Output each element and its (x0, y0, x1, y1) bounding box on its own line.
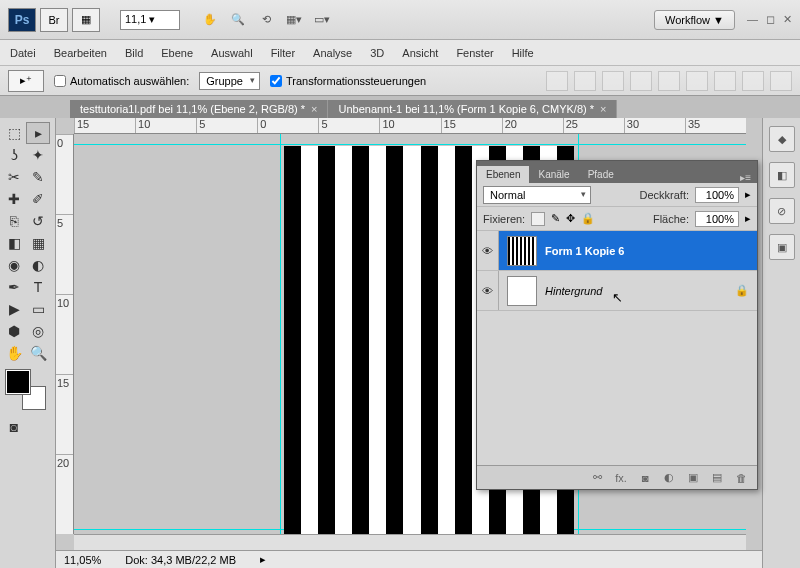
blur-tool[interactable]: ◉ (2, 254, 26, 276)
rotate-view-icon[interactable]: ⟲ (256, 10, 276, 30)
pen-tool[interactable]: ✒ (2, 276, 26, 298)
delete-layer-icon[interactable]: 🗑 (733, 472, 749, 484)
minimize-icon[interactable]: — (747, 13, 758, 26)
layer-name[interactable]: Form 1 Kopie 6 (545, 245, 757, 257)
blend-mode-select[interactable]: Normal (483, 186, 591, 204)
status-doc-info[interactable]: Dok: 34,3 MB/22,2 MB (125, 554, 236, 566)
zoom-tool[interactable]: 🔍 (26, 342, 50, 364)
menu-ebene[interactable]: Ebene (161, 47, 193, 59)
document-tab-2[interactable]: Unbenannt-1 bei 11,1% (Form 1 Kopie 6, C… (328, 100, 617, 118)
align-icon[interactable] (686, 71, 708, 91)
scrollbar-horizontal[interactable] (74, 534, 746, 550)
menu-filter[interactable]: Filter (271, 47, 295, 59)
layer-mask-icon[interactable]: ◙ (637, 472, 653, 484)
screen-mode-icon[interactable]: ▭▾ (312, 10, 332, 30)
distribute-icon[interactable] (742, 71, 764, 91)
path-select-tool[interactable]: ▶ (2, 298, 26, 320)
align-icon[interactable] (658, 71, 680, 91)
maximize-icon[interactable]: ◻ (766, 13, 775, 26)
magic-wand-tool[interactable]: ✦ (26, 144, 50, 166)
lock-image-icon[interactable]: ✎ (551, 212, 560, 225)
opacity-value[interactable]: 100% (695, 187, 739, 203)
eraser-tool[interactable]: ◧ (2, 232, 26, 254)
fill-value[interactable]: 100% (695, 211, 739, 227)
menu-hilfe[interactable]: Hilfe (512, 47, 534, 59)
dock-camera-icon[interactable]: ▣ (769, 234, 795, 260)
slider-icon[interactable]: ▸ (745, 188, 751, 201)
hand-tool[interactable]: ✋ (2, 342, 26, 364)
layer-row[interactable]: 👁 Form 1 Kopie 6 (477, 231, 757, 271)
align-icon[interactable] (574, 71, 596, 91)
document-tab-1[interactable]: testtutoria1l.pdf bei 11,1% (Ebene 2, RG… (70, 100, 328, 118)
menu-ansicht[interactable]: Ansicht (402, 47, 438, 59)
distribute-icon[interactable] (714, 71, 736, 91)
menu-fenster[interactable]: Fenster (456, 47, 493, 59)
visibility-icon[interactable]: 👁 (477, 271, 499, 310)
auto-select-target[interactable]: Gruppe (199, 72, 260, 90)
zoom-level-selector[interactable]: 11,1 ▾ (120, 10, 180, 30)
lock-position-icon[interactable]: ✥ (566, 212, 575, 225)
minibridge-icon[interactable]: ▦ (72, 8, 100, 32)
layer-style-icon[interactable]: fx. (613, 472, 629, 484)
quickmask-tool[interactable]: ◙ (2, 416, 26, 438)
crop-tool[interactable]: ✂ (2, 166, 26, 188)
dock-styles-icon[interactable]: ⊘ (769, 198, 795, 224)
healing-tool[interactable]: ✚ (2, 188, 26, 210)
eyedropper-tool[interactable]: ✎ (26, 166, 50, 188)
panel-menu-icon[interactable]: ▸≡ (734, 172, 757, 183)
dock-color-icon[interactable]: ◆ (769, 126, 795, 152)
layer-group-icon[interactable]: ▣ (685, 471, 701, 484)
visibility-icon[interactable]: 👁 (477, 231, 499, 270)
gradient-tool[interactable]: ▦ (26, 232, 50, 254)
type-tool[interactable]: T (26, 276, 50, 298)
align-icon[interactable] (602, 71, 624, 91)
shape-tool[interactable]: ▭ (26, 298, 50, 320)
tab-kanaele[interactable]: Kanäle (529, 166, 578, 183)
move-tool[interactable]: ▸ (26, 122, 50, 144)
clone-tool[interactable]: ⎘ (2, 210, 26, 232)
lasso-tool[interactable]: ʖ (2, 144, 26, 166)
layer-row[interactable]: 👁 Hintergrund 🔒 (477, 271, 757, 311)
slider-icon[interactable]: ▸ (745, 212, 751, 225)
tab-pfade[interactable]: Pfade (579, 166, 623, 183)
bridge-icon[interactable]: Br (40, 8, 68, 32)
link-layers-icon[interactable]: ⚯ (589, 471, 605, 484)
color-swatches[interactable] (6, 370, 46, 410)
3d-camera-tool[interactable]: ◎ (26, 320, 50, 342)
layer-thumbnail[interactable] (507, 236, 537, 266)
dock-adjustments-icon[interactable]: ◧ (769, 162, 795, 188)
align-icon[interactable] (546, 71, 568, 91)
layer-thumbnail[interactable] (507, 276, 537, 306)
menu-auswahl[interactable]: Auswahl (211, 47, 253, 59)
menu-datei[interactable]: Datei (10, 47, 36, 59)
close-icon[interactable]: ✕ (783, 13, 792, 26)
zoom-tool-icon[interactable]: 🔍 (228, 10, 248, 30)
marquee-tool[interactable]: ⬚ (2, 122, 26, 144)
align-icon[interactable] (630, 71, 652, 91)
menu-bearbeiten[interactable]: Bearbeiten (54, 47, 107, 59)
tab-ebenen[interactable]: Ebenen (477, 166, 529, 183)
transform-controls-checkbox[interactable]: Transformationssteuerungen (270, 75, 426, 87)
menu-analyse[interactable]: Analyse (313, 47, 352, 59)
arrange-docs-icon[interactable]: ▦▾ (284, 10, 304, 30)
adjustment-layer-icon[interactable]: ◐ (661, 471, 677, 484)
3d-tool[interactable]: ⬢ (2, 320, 26, 342)
history-brush-tool[interactable]: ↺ (26, 210, 50, 232)
move-tool-preset[interactable]: ▸⁺ (8, 70, 44, 92)
distribute-icon[interactable] (770, 71, 792, 91)
lock-all-icon[interactable]: 🔒 (581, 212, 595, 225)
new-layer-icon[interactable]: ▤ (709, 471, 725, 484)
layer-name[interactable]: Hintergrund (545, 285, 735, 297)
auto-select-checkbox[interactable]: Automatisch auswählen: (54, 75, 189, 87)
tab-close-icon[interactable]: × (600, 103, 606, 115)
opacity-label: Deckkraft: (639, 189, 689, 201)
lock-transparent-icon[interactable] (531, 212, 545, 226)
hand-tool-icon[interactable]: ✋ (200, 10, 220, 30)
menu-3d[interactable]: 3D (370, 47, 384, 59)
status-zoom[interactable]: 11,05% (64, 554, 101, 566)
brush-tool[interactable]: ✐ (26, 188, 50, 210)
menu-bild[interactable]: Bild (125, 47, 143, 59)
tab-close-icon[interactable]: × (311, 103, 317, 115)
dodge-tool[interactable]: ◐ (26, 254, 50, 276)
workspace-switcher[interactable]: Workflow ▼ (654, 10, 735, 30)
